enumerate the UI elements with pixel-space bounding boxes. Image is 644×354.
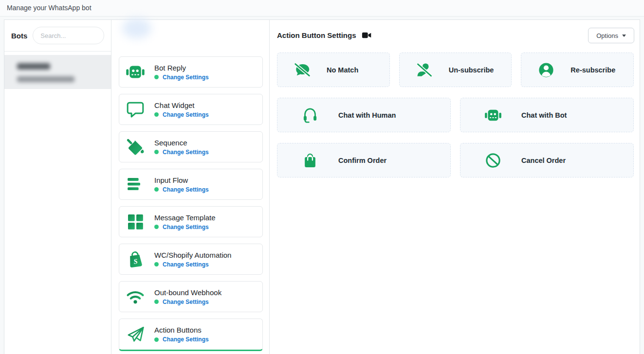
blurred-avatar-blob xyxy=(122,18,151,38)
feature-card-message-template[interactable]: Message Template Change Settings xyxy=(119,206,263,237)
tile-cancel-order[interactable]: Cancel Order xyxy=(460,143,634,177)
chat-bubble-icon xyxy=(126,100,145,119)
change-settings-link[interactable]: Change Settings xyxy=(163,336,209,343)
bot-name-redacted xyxy=(17,63,50,70)
feature-title: WC/Shopify Automation xyxy=(154,251,231,259)
change-settings-link[interactable]: Change Settings xyxy=(163,74,209,81)
tile-row-3: Confirm Order Cancel Order xyxy=(277,143,634,177)
feature-card-chat-widget[interactable]: Chat Widget Change Settings xyxy=(119,94,263,125)
comment-slash-icon xyxy=(294,61,311,79)
panel-title: Action Button Settings xyxy=(277,31,356,39)
feature-title: Action Buttons xyxy=(154,326,209,334)
status-dot xyxy=(154,337,159,342)
tile-label: Un-subscribe xyxy=(449,66,494,74)
feature-title: Input Flow xyxy=(154,176,209,184)
tile-row-1: No Match Un-subscribe xyxy=(277,53,634,87)
feature-card-input-flow[interactable]: Input Flow Change Settings xyxy=(119,169,263,200)
bots-heading: Bots xyxy=(11,32,27,40)
change-settings-link[interactable]: Change Settings xyxy=(163,111,209,118)
tile-chat-with-human[interactable]: Chat with Human xyxy=(277,98,451,132)
status-dot xyxy=(154,112,159,117)
status-dot xyxy=(154,262,159,266)
options-button[interactable]: Options xyxy=(588,28,634,43)
status-dot xyxy=(154,150,159,154)
feature-title: Sequence xyxy=(154,139,209,147)
user-circle-icon xyxy=(537,61,555,79)
bot-phone-redacted xyxy=(17,76,74,82)
features-column: Bot Reply Change Settings Chat Widget Ch… xyxy=(111,20,270,354)
headset-icon xyxy=(301,106,319,124)
change-settings-link[interactable]: Change Settings xyxy=(163,186,209,193)
tile-label: Chat with Human xyxy=(338,111,396,119)
chevron-down-icon xyxy=(622,35,626,37)
tile-label: No Match xyxy=(327,66,358,74)
tile-row-2: Chat with Human Chat with Bot xyxy=(277,98,634,132)
change-settings-link[interactable]: Change Settings xyxy=(163,261,209,268)
status-dot xyxy=(154,187,159,192)
ban-icon xyxy=(484,152,502,169)
tile-confirm-order[interactable]: Confirm Order xyxy=(277,143,451,177)
tile-label: Re-subscribe xyxy=(570,66,615,74)
status-dot xyxy=(154,225,159,229)
feature-card-bot-reply[interactable]: Bot Reply Change Settings xyxy=(119,56,263,88)
tile-no-match[interactable]: No Match xyxy=(277,53,390,87)
feature-title: Chat Widget xyxy=(154,101,209,109)
page-title: Manage your WhatsApp bot xyxy=(7,0,92,16)
fill-drip-icon xyxy=(126,137,145,157)
feature-title: Out-bound Webhook xyxy=(154,288,221,297)
feature-title: Message Template xyxy=(154,213,216,222)
main-container: Bots Bot Reply xyxy=(4,19,640,354)
feature-card-outbound-webhook[interactable]: Out-bound Webhook Change Settings xyxy=(119,281,263,312)
search-input[interactable] xyxy=(33,27,104,44)
feature-card-sequence[interactable]: Sequence Change Settings xyxy=(119,131,263,162)
change-settings-link[interactable]: Change Settings xyxy=(163,149,209,156)
change-settings-link[interactable]: Change Settings xyxy=(163,299,209,305)
shopping-bag-icon xyxy=(301,152,319,169)
tile-chat-with-bot[interactable]: Chat with Bot xyxy=(460,98,634,132)
tile-label: Chat with Bot xyxy=(521,111,567,119)
tile-label: Confirm Order xyxy=(338,157,386,164)
panel-header: Action Button Settings xyxy=(277,31,372,39)
bot-list-item-selected[interactable] xyxy=(4,55,111,89)
list-bars-icon xyxy=(126,175,145,194)
feature-title: Bot Reply xyxy=(154,64,209,72)
wifi-icon xyxy=(126,287,145,306)
status-dot xyxy=(154,75,159,79)
shopify-bag-icon: S xyxy=(126,249,145,269)
grid-squares-icon xyxy=(126,212,145,231)
robot-icon xyxy=(484,106,502,124)
action-button-settings-panel: Action Button Settings Options xyxy=(270,20,641,354)
video-camera-icon[interactable] xyxy=(362,31,372,39)
bots-sidebar: Bots xyxy=(4,20,111,354)
top-bar: Manage your WhatsApp bot xyxy=(0,0,644,17)
tile-label: Cancel Order xyxy=(521,157,566,164)
options-button-label: Options xyxy=(596,32,618,39)
sidebar-header: Bots xyxy=(4,20,111,52)
robot-icon xyxy=(126,62,145,82)
feature-card-shopify-automation[interactable]: S WC/Shopify Automation Change Settings xyxy=(119,244,263,275)
tile-un-subscribe[interactable]: Un-subscribe xyxy=(399,53,512,87)
change-settings-link[interactable]: Change Settings xyxy=(163,224,209,230)
tile-re-subscribe[interactable]: Re-subscribe xyxy=(521,53,634,87)
status-dot xyxy=(154,300,159,304)
user-slash-icon xyxy=(416,61,433,79)
feature-card-action-buttons[interactable]: Action Buttons Change Settings xyxy=(119,319,263,351)
paper-plane-icon xyxy=(126,325,145,344)
